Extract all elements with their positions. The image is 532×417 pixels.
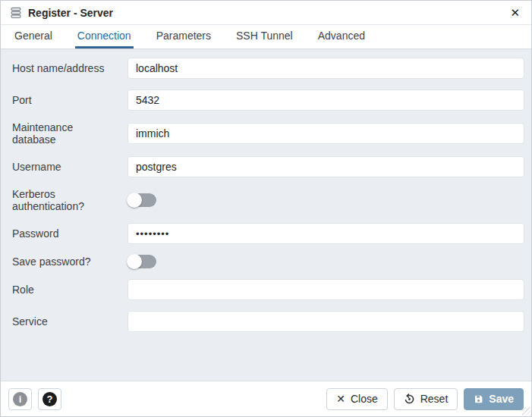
save-password-label: Save password?	[12, 256, 127, 268]
form-row-port: Port	[12, 89, 524, 111]
tab-bar: General Connection Parameters SSH Tunnel…	[1, 25, 531, 49]
role-label: Role	[12, 284, 127, 296]
save-button-label: Save	[489, 393, 514, 405]
service-input[interactable]	[127, 311, 524, 332]
kerberos-toggle[interactable]	[127, 193, 156, 207]
save-floppy-icon	[474, 394, 483, 404]
form-row-hostname: Host name/address	[12, 58, 524, 79]
connection-form: Host name/address Port Maintenance datab…	[1, 49, 531, 381]
tab-parameters[interactable]: Parameters	[154, 25, 213, 49]
form-row-service: Service	[12, 311, 524, 332]
close-button-label: Close	[351, 393, 378, 405]
form-row-role: Role	[12, 279, 524, 300]
dialog-titlebar: Register - Server ✕	[1, 1, 531, 25]
resize-handle[interactable]	[522, 407, 531, 416]
help-button[interactable]: ?	[38, 388, 61, 410]
form-row-kerberos: Kerberos authentication?	[12, 188, 524, 212]
password-label: Password	[12, 227, 127, 240]
dialog-title: Register - Server	[28, 7, 113, 19]
tab-advanced[interactable]: Advanced	[316, 25, 367, 49]
form-row-save-password: Save password?	[12, 255, 524, 268]
close-button[interactable]: ✕ Close	[326, 388, 388, 410]
maintenance-db-label: Maintenance database	[12, 121, 127, 146]
role-input[interactable]	[127, 279, 524, 300]
password-input[interactable]	[127, 223, 524, 244]
save-password-toggle[interactable]	[127, 255, 156, 268]
info-button[interactable]: i	[8, 388, 32, 410]
tab-general[interactable]: General	[12, 25, 55, 49]
form-row-password: Password	[12, 223, 524, 244]
form-row-username: Username	[12, 156, 524, 177]
reset-button-label: Reset	[420, 393, 449, 405]
form-row-maintenance-db: Maintenance database	[12, 121, 524, 146]
tab-connection[interactable]: Connection	[75, 25, 134, 49]
close-icon[interactable]: ✕	[508, 5, 522, 20]
port-label: Port	[12, 94, 127, 106]
info-icon: i	[13, 392, 27, 406]
kerberos-label: Kerberos authentication?	[12, 188, 127, 212]
save-button[interactable]: Save	[464, 388, 524, 410]
help-icon: ?	[42, 392, 57, 406]
maintenance-db-input[interactable]	[127, 123, 524, 144]
server-icon	[10, 7, 22, 19]
register-server-dialog: Register - Server ✕ General Connection P…	[0, 0, 532, 417]
dialog-footer: i ? ✕ Close Reset	[1, 381, 531, 416]
port-input[interactable]	[127, 89, 524, 111]
service-label: Service	[12, 315, 127, 328]
username-label: Username	[12, 161, 127, 173]
reset-button[interactable]: Reset	[394, 388, 458, 410]
tab-ssh-tunnel[interactable]: SSH Tunnel	[234, 25, 295, 49]
close-x-icon: ✕	[336, 393, 345, 405]
username-input[interactable]	[127, 156, 524, 177]
hostname-label: Host name/address	[12, 62, 127, 74]
reset-icon	[404, 393, 415, 405]
hostname-input[interactable]	[127, 58, 524, 79]
